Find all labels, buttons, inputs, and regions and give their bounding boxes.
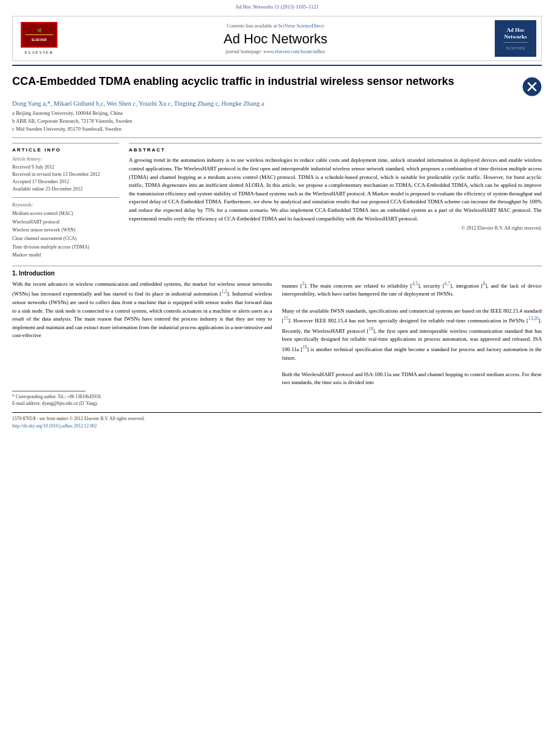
elsevier-logo-image: 🌿 ELSEVIER [21,22,57,48]
crossmark-icon [522,77,542,96]
history-label: Article history: [12,156,119,162]
journal-homepage: journal homepage: www.elsevier.com/locat… [60,49,490,54]
intro-heading: 1. Introduction [12,270,542,277]
intro-columns: With the recent advances in wireless com… [12,280,542,387]
article-info-label: ARTICLE INFO [12,147,119,153]
journal-header: 🌿 ELSEVIER ELSEVIER Contents lists avail… [12,16,542,61]
article-divider [12,137,542,138]
article-info-abstract: ARTICLE INFO Article history: Received 9… [12,143,542,260]
article-title: CCA-Embedded TDMA enabling acyclic traff… [12,75,522,89]
article-info: ARTICLE INFO Article history: Received 9… [12,143,119,260]
footnote-divider [12,391,86,391]
abstract-text: A growing trend in the automation indust… [129,156,542,223]
footer: 1570-8705/$ - see front matter © 2012 El… [0,413,554,434]
journal-center: Contents lists available at SciVerse Sci… [60,23,490,54]
intro-text-right: manner [3]. The main concerns are relate… [282,280,542,387]
journal-citation: Ad Hoc Networks 11 (2013) 1105–1121 [0,0,554,12]
abstract: ABSTRACT A growing trend in the automati… [129,143,542,260]
intro-col-left: With the recent advances in wireless com… [12,280,272,387]
adhoc-logo: Ad HocNetworks ELSEVIER [495,20,536,57]
revised-date: Received in revised form 13 December 201… [12,171,119,178]
accepted-date: Accepted 17 December 2012 [12,178,119,186]
page: Ad Hoc Networks 11 (2013) 1105–1121 🌿 EL… [0,0,554,756]
intro-section: 1. Introduction With the recent advances… [12,266,542,387]
intro-divider [12,266,542,266]
svg-rect-2 [26,34,53,35]
available-date: Available online 23 December 2012 [12,186,119,193]
citation-text: Ad Hoc Networks 11 (2013) 1105–1121 [235,4,319,10]
sciverse-text: Contents lists available at SciVerse Sci… [60,23,490,29]
affiliations: a Beijing Jiaotong University, 100044 Be… [12,109,542,133]
journal-title: Ad Hoc Networks [60,31,490,47]
article-title-section: CCA-Embedded TDMA enabling acyclic traff… [12,66,542,100]
sciverse-link[interactable]: SciVerse ScienceDirect [279,23,324,29]
footer-doi: http://dx.doi.org/10.1016/j.adhoc.2012.1… [12,423,542,430]
received-date: Received 9 July 2012 [12,164,119,171]
keywords-label: Keywords: [12,202,119,208]
footer-issn: 1570-8705/$ - see front matter © 2012 El… [12,415,542,423]
svg-text:ELSEVIER: ELSEVIER [31,38,46,42]
authors: Dong Yang a,*, Mikael Gidlund b,c, Wei S… [12,100,542,107]
svg-text:🌿: 🌿 [37,28,42,33]
elsevier-label: ELSEVIER [24,50,53,55]
intro-col-right: manner [3]. The main concerns are relate… [282,280,542,387]
main-content: CCA-Embedded TDMA enabling acyclic traff… [0,66,554,387]
journal-logo-box: Ad HocNetworks ELSEVIER [490,20,536,57]
keywords-list: Medium access control (MAC) WirelessHART… [12,209,119,260]
info-divider [12,197,119,198]
copyright: © 2012 Elsevier B.V. All rights reserved… [129,225,542,231]
homepage-link[interactable]: www.elsevier.com/locate/adhoc [263,49,326,54]
footnote: * Corresponding author. Tel.: +86 138106… [12,393,542,407]
intro-text-left: With the recent advances in wireless com… [12,280,272,340]
abstract-label: ABSTRACT [129,147,542,153]
elsevier-logo: 🌿 ELSEVIER ELSEVIER [18,22,60,55]
